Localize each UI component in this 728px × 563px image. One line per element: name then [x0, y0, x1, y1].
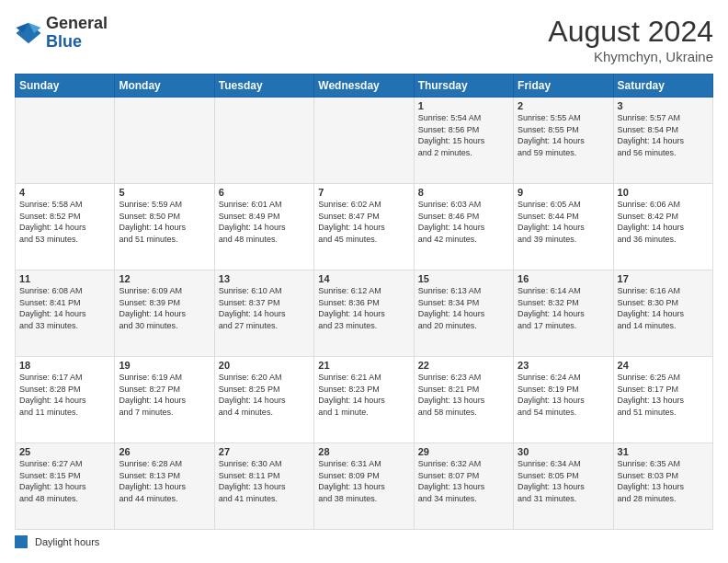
day-info: Sunrise: 6:27 AM Sunset: 8:15 PM Dayligh… — [19, 458, 110, 504]
day-info: Sunrise: 6:08 AM Sunset: 8:41 PM Dayligh… — [19, 285, 110, 331]
day-info: Sunrise: 6:05 AM Sunset: 8:44 PM Dayligh… — [518, 199, 609, 245]
logo-general: General — [46, 15, 108, 33]
day-info: Sunrise: 6:17 AM Sunset: 8:28 PM Dayligh… — [19, 372, 110, 418]
day-info: Sunrise: 6:16 AM Sunset: 8:30 PM Dayligh… — [618, 285, 709, 331]
day-info: Sunrise: 6:13 AM Sunset: 8:34 PM Dayligh… — [418, 285, 509, 331]
day-cell: 8Sunrise: 6:03 AM Sunset: 8:46 PM Daylig… — [414, 184, 513, 270]
day-info: Sunrise: 5:55 AM Sunset: 8:55 PM Dayligh… — [518, 112, 609, 158]
day-cell: 17Sunrise: 6:16 AM Sunset: 8:30 PM Dayli… — [613, 270, 712, 357]
day-info: Sunrise: 6:25 AM Sunset: 8:17 PM Dayligh… — [618, 372, 709, 418]
day-cell: 6Sunrise: 6:01 AM Sunset: 8:49 PM Daylig… — [214, 184, 313, 270]
col-header-friday: Friday — [514, 75, 613, 98]
footer: Daylight hours — [15, 535, 713, 548]
day-cell: 28Sunrise: 6:31 AM Sunset: 8:09 PM Dayli… — [314, 443, 414, 530]
day-info: Sunrise: 6:24 AM Sunset: 8:19 PM Dayligh… — [518, 372, 609, 418]
day-cell: 3Sunrise: 5:57 AM Sunset: 8:54 PM Daylig… — [613, 98, 712, 184]
legend-text: Daylight hours — [35, 536, 99, 547]
day-number: 13 — [219, 273, 310, 284]
day-number: 15 — [418, 273, 509, 284]
day-cell: 16Sunrise: 6:14 AM Sunset: 8:32 PM Dayli… — [514, 270, 613, 357]
day-info: Sunrise: 6:21 AM Sunset: 8:23 PM Dayligh… — [318, 372, 409, 418]
day-info: Sunrise: 5:58 AM Sunset: 8:52 PM Dayligh… — [19, 199, 110, 245]
logo-icon — [15, 19, 42, 47]
day-cell: 26Sunrise: 6:28 AM Sunset: 8:13 PM Dayli… — [115, 443, 214, 530]
day-cell: 2Sunrise: 5:55 AM Sunset: 8:55 PM Daylig… — [514, 98, 613, 184]
main-title: August 2024 — [548, 15, 713, 49]
day-info: Sunrise: 6:20 AM Sunset: 8:25 PM Dayligh… — [219, 372, 310, 418]
day-cell: 1Sunrise: 5:54 AM Sunset: 8:56 PM Daylig… — [414, 98, 513, 184]
day-number: 14 — [318, 273, 409, 284]
logo: General Blue — [15, 15, 108, 52]
week-row-4: 25Sunrise: 6:27 AM Sunset: 8:15 PM Dayli… — [16, 443, 713, 530]
day-number: 16 — [518, 273, 609, 284]
day-info: Sunrise: 6:19 AM Sunset: 8:27 PM Dayligh… — [119, 372, 210, 418]
day-cell: 5Sunrise: 5:59 AM Sunset: 8:50 PM Daylig… — [115, 184, 214, 270]
day-cell: 24Sunrise: 6:25 AM Sunset: 8:17 PM Dayli… — [613, 357, 712, 443]
week-row-2: 11Sunrise: 6:08 AM Sunset: 8:41 PM Dayli… — [16, 270, 713, 357]
day-number: 21 — [318, 360, 409, 371]
day-cell: 14Sunrise: 6:12 AM Sunset: 8:36 PM Dayli… — [314, 270, 414, 357]
day-info: Sunrise: 6:01 AM Sunset: 8:49 PM Dayligh… — [219, 199, 310, 245]
day-cell: 13Sunrise: 6:10 AM Sunset: 8:37 PM Dayli… — [214, 270, 313, 357]
day-cell: 11Sunrise: 6:08 AM Sunset: 8:41 PM Dayli… — [16, 270, 115, 357]
day-cell: 9Sunrise: 6:05 AM Sunset: 8:44 PM Daylig… — [514, 184, 613, 270]
day-cell: 23Sunrise: 6:24 AM Sunset: 8:19 PM Dayli… — [514, 357, 613, 443]
day-number: 20 — [219, 360, 310, 371]
day-number: 25 — [19, 446, 110, 457]
day-number: 19 — [119, 360, 210, 371]
col-header-monday: Monday — [115, 75, 214, 98]
day-number: 31 — [618, 446, 709, 457]
title-block: August 2024 Khymchyn, Ukraine — [548, 15, 713, 64]
day-number: 9 — [518, 187, 609, 198]
day-info: Sunrise: 6:28 AM Sunset: 8:13 PM Dayligh… — [119, 458, 210, 504]
day-number: 1 — [418, 100, 509, 111]
day-number: 18 — [19, 360, 110, 371]
day-number: 3 — [618, 100, 709, 111]
day-number: 30 — [518, 446, 609, 457]
day-info: Sunrise: 5:57 AM Sunset: 8:54 PM Dayligh… — [618, 112, 709, 158]
col-header-wednesday: Wednesday — [314, 75, 414, 98]
day-number: 5 — [119, 187, 210, 198]
day-cell — [314, 98, 414, 184]
day-info: Sunrise: 6:14 AM Sunset: 8:32 PM Dayligh… — [518, 285, 609, 331]
day-cell: 12Sunrise: 6:09 AM Sunset: 8:39 PM Dayli… — [115, 270, 214, 357]
logo-blue: Blue — [46, 33, 108, 52]
day-cell: 20Sunrise: 6:20 AM Sunset: 8:25 PM Dayli… — [214, 357, 313, 443]
calendar-table: SundayMondayTuesdayWednesdayThursdayFrid… — [15, 74, 713, 530]
day-number: 26 — [119, 446, 210, 457]
day-info: Sunrise: 6:34 AM Sunset: 8:05 PM Dayligh… — [518, 458, 609, 504]
day-cell: 4Sunrise: 5:58 AM Sunset: 8:52 PM Daylig… — [16, 184, 115, 270]
logo-text: General Blue — [46, 15, 108, 52]
day-info: Sunrise: 6:09 AM Sunset: 8:39 PM Dayligh… — [119, 285, 210, 331]
day-info: Sunrise: 6:23 AM Sunset: 8:21 PM Dayligh… — [418, 372, 509, 418]
subtitle: Khymchyn, Ukraine — [548, 49, 713, 64]
day-cell: 19Sunrise: 6:19 AM Sunset: 8:27 PM Dayli… — [115, 357, 214, 443]
day-number: 8 — [418, 187, 509, 198]
day-cell: 27Sunrise: 6:30 AM Sunset: 8:11 PM Dayli… — [214, 443, 313, 530]
day-info: Sunrise: 6:02 AM Sunset: 8:47 PM Dayligh… — [318, 199, 409, 245]
day-info: Sunrise: 6:06 AM Sunset: 8:42 PM Dayligh… — [618, 199, 709, 245]
col-header-saturday: Saturday — [613, 75, 712, 98]
day-number: 23 — [518, 360, 609, 371]
svg-marker-0 — [17, 23, 41, 44]
page: General Blue August 2024 Khymchyn, Ukrai… — [0, 0, 728, 563]
day-cell: 29Sunrise: 6:32 AM Sunset: 8:07 PM Dayli… — [414, 443, 513, 530]
day-number: 7 — [318, 187, 409, 198]
day-cell: 7Sunrise: 6:02 AM Sunset: 8:47 PM Daylig… — [314, 184, 414, 270]
header: General Blue August 2024 Khymchyn, Ukrai… — [15, 15, 713, 64]
week-row-0: 1Sunrise: 5:54 AM Sunset: 8:56 PM Daylig… — [16, 98, 713, 184]
day-number: 27 — [219, 446, 310, 457]
day-cell — [115, 98, 214, 184]
col-header-sunday: Sunday — [16, 75, 115, 98]
day-number: 4 — [19, 187, 110, 198]
day-info: Sunrise: 5:59 AM Sunset: 8:50 PM Dayligh… — [119, 199, 210, 245]
day-number: 12 — [119, 273, 210, 284]
day-cell: 25Sunrise: 6:27 AM Sunset: 8:15 PM Dayli… — [16, 443, 115, 530]
day-number: 29 — [418, 446, 509, 457]
day-number: 24 — [618, 360, 709, 371]
col-header-thursday: Thursday — [414, 75, 513, 98]
day-cell: 22Sunrise: 6:23 AM Sunset: 8:21 PM Dayli… — [414, 357, 513, 443]
day-info: Sunrise: 6:32 AM Sunset: 8:07 PM Dayligh… — [418, 458, 509, 504]
day-number: 28 — [318, 446, 409, 457]
day-cell: 30Sunrise: 6:34 AM Sunset: 8:05 PM Dayli… — [514, 443, 613, 530]
